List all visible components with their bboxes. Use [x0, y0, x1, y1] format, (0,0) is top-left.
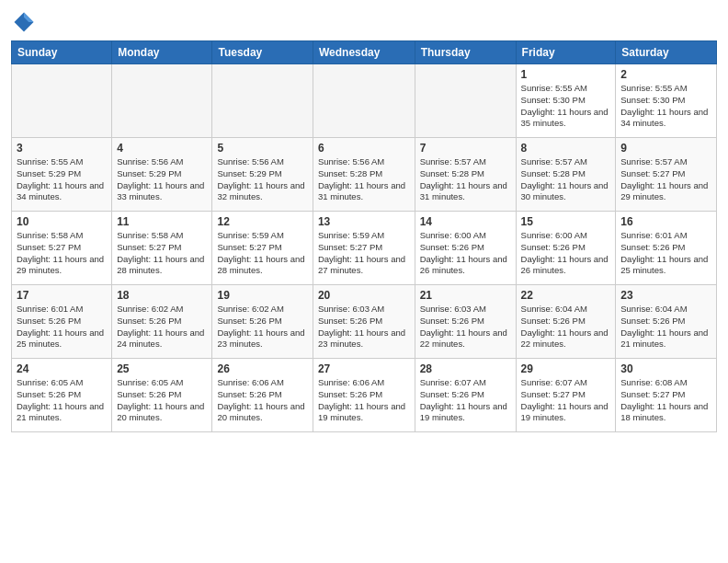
sunset: Sunset: 5:27 PM	[620, 389, 685, 399]
calendar-cell: 8 Sunrise: 5:57 AM Sunset: 5:28 PM Dayli…	[516, 138, 616, 212]
day-number: 30	[620, 362, 711, 375]
sunset: Sunset: 5:26 PM	[217, 389, 281, 399]
day-info: Sunrise: 6:08 AM Sunset: 5:27 PM Dayligh…	[620, 377, 711, 424]
calendar-cell	[313, 64, 415, 138]
calendar-cell: 18 Sunrise: 6:02 AM Sunset: 5:26 PM Dayl…	[112, 285, 212, 359]
day-number: 5	[217, 142, 307, 155]
calendar-header-saturday: Saturday	[616, 41, 717, 64]
sunset: Sunset: 5:26 PM	[420, 242, 484, 252]
calendar-header-monday: Monday	[112, 41, 212, 64]
daylight: Daylight: 11 hours and 25 minutes.	[17, 327, 104, 350]
day-number: 22	[521, 289, 611, 302]
daylight: Daylight: 11 hours and 31 minutes.	[420, 180, 507, 202]
calendar-cell: 4 Sunrise: 5:56 AM Sunset: 5:29 PM Dayli…	[112, 138, 212, 212]
sunset: Sunset: 5:29 PM	[217, 168, 281, 178]
sunset: Sunset: 5:28 PM	[521, 168, 586, 178]
daylight: Daylight: 11 hours and 30 minutes.	[521, 180, 609, 202]
sunrise: Sunrise: 6:05 AM	[17, 377, 83, 387]
sunrise: Sunrise: 6:06 AM	[217, 377, 283, 387]
calendar-cell: 26 Sunrise: 6:06 AM Sunset: 5:26 PM Dayl…	[212, 359, 313, 432]
daylight: Daylight: 11 hours and 26 minutes.	[521, 254, 609, 276]
calendar-cell: 6 Sunrise: 5:56 AM Sunset: 5:28 PM Dayli…	[313, 138, 415, 212]
sunrise: Sunrise: 6:01 AM	[620, 230, 687, 240]
sunset: Sunset: 5:29 PM	[117, 168, 181, 178]
day-number: 11	[117, 215, 207, 228]
day-number: 23	[620, 289, 711, 302]
daylight: Daylight: 11 hours and 22 minutes.	[521, 327, 609, 350]
calendar-cell: 10 Sunrise: 5:58 AM Sunset: 5:27 PM Dayl…	[12, 212, 112, 285]
day-number: 19	[217, 289, 307, 302]
calendar-cell	[112, 64, 212, 138]
sunset: Sunset: 5:27 PM	[620, 168, 685, 178]
daylight: Daylight: 11 hours and 28 minutes.	[117, 254, 204, 276]
calendar-cell: 20 Sunrise: 6:03 AM Sunset: 5:26 PM Dayl…	[313, 285, 415, 359]
sunset: Sunset: 5:30 PM	[620, 95, 685, 105]
day-info: Sunrise: 6:04 AM Sunset: 5:26 PM Dayligh…	[521, 304, 611, 350]
sunrise: Sunrise: 6:08 AM	[620, 377, 687, 387]
day-number: 26	[217, 362, 307, 375]
sunset: Sunset: 5:27 PM	[17, 242, 81, 252]
calendar-cell: 9 Sunrise: 5:57 AM Sunset: 5:27 PM Dayli…	[616, 138, 717, 212]
day-info: Sunrise: 6:07 AM Sunset: 5:27 PM Dayligh…	[521, 377, 611, 424]
day-number: 15	[521, 215, 611, 228]
day-info: Sunrise: 6:05 AM Sunset: 5:26 PM Dayligh…	[117, 377, 207, 424]
day-info: Sunrise: 5:55 AM Sunset: 5:29 PM Dayligh…	[17, 156, 107, 203]
day-number: 7	[420, 142, 511, 155]
daylight: Daylight: 11 hours and 23 minutes.	[318, 327, 405, 350]
sunset: Sunset: 5:30 PM	[521, 95, 586, 105]
calendar-cell: 14 Sunrise: 6:00 AM Sunset: 5:26 PM Dayl…	[415, 212, 516, 285]
daylight: Daylight: 11 hours and 34 minutes.	[17, 180, 104, 202]
calendar-header-sunday: Sunday	[12, 41, 112, 64]
calendar-header-friday: Friday	[516, 41, 616, 64]
day-info: Sunrise: 5:57 AM Sunset: 5:27 PM Dayligh…	[620, 156, 711, 203]
calendar-cell: 28 Sunrise: 6:07 AM Sunset: 5:26 PM Dayl…	[415, 359, 516, 432]
day-number: 8	[521, 142, 611, 155]
day-info: Sunrise: 6:02 AM Sunset: 5:26 PM Dayligh…	[117, 304, 207, 350]
daylight: Daylight: 11 hours and 19 minutes.	[420, 401, 507, 423]
calendar-cell: 3 Sunrise: 5:55 AM Sunset: 5:29 PM Dayli…	[12, 138, 112, 212]
sunset: Sunset: 5:26 PM	[17, 389, 81, 399]
sunset: Sunset: 5:29 PM	[17, 168, 81, 178]
sunrise: Sunrise: 5:55 AM	[620, 83, 687, 93]
sunrise: Sunrise: 6:00 AM	[521, 230, 587, 240]
day-number: 10	[17, 215, 107, 228]
calendar-cell	[12, 64, 112, 138]
day-info: Sunrise: 6:00 AM Sunset: 5:26 PM Dayligh…	[420, 230, 511, 277]
day-info: Sunrise: 6:07 AM Sunset: 5:26 PM Dayligh…	[420, 377, 511, 424]
day-number: 20	[318, 289, 410, 302]
daylight: Daylight: 11 hours and 20 minutes.	[117, 401, 204, 423]
calendar-cell: 1 Sunrise: 5:55 AM Sunset: 5:30 PM Dayli…	[516, 64, 616, 138]
sunset: Sunset: 5:26 PM	[117, 316, 181, 326]
logo-icon	[11, 9, 37, 35]
day-info: Sunrise: 5:59 AM Sunset: 5:27 PM Dayligh…	[318, 230, 410, 277]
sunrise: Sunrise: 6:01 AM	[17, 304, 83, 314]
calendar-cell: 29 Sunrise: 6:07 AM Sunset: 5:27 PM Dayl…	[516, 359, 616, 432]
daylight: Daylight: 11 hours and 29 minutes.	[17, 254, 104, 276]
calendar-cell: 30 Sunrise: 6:08 AM Sunset: 5:27 PM Dayl…	[616, 359, 717, 432]
sunset: Sunset: 5:28 PM	[318, 168, 382, 178]
header	[11, 9, 717, 35]
calendar-cell: 27 Sunrise: 6:06 AM Sunset: 5:26 PM Dayl…	[313, 359, 415, 432]
sunset: Sunset: 5:27 PM	[117, 242, 181, 252]
sunset: Sunset: 5:26 PM	[17, 316, 81, 326]
sunset: Sunset: 5:26 PM	[318, 316, 382, 326]
day-info: Sunrise: 5:57 AM Sunset: 5:28 PM Dayligh…	[521, 156, 611, 203]
daylight: Daylight: 11 hours and 26 minutes.	[420, 254, 507, 276]
calendar-cell: 12 Sunrise: 5:59 AM Sunset: 5:27 PM Dayl…	[212, 212, 313, 285]
calendar-header-wednesday: Wednesday	[313, 41, 415, 64]
sunrise: Sunrise: 6:02 AM	[217, 304, 283, 314]
day-number: 14	[420, 215, 511, 228]
day-info: Sunrise: 6:03 AM Sunset: 5:26 PM Dayligh…	[318, 304, 410, 350]
sunrise: Sunrise: 6:02 AM	[117, 304, 183, 314]
sunrise: Sunrise: 5:58 AM	[117, 230, 183, 240]
sunrise: Sunrise: 5:59 AM	[217, 230, 283, 240]
day-number: 4	[117, 142, 207, 155]
calendar-cell: 11 Sunrise: 5:58 AM Sunset: 5:27 PM Dayl…	[112, 212, 212, 285]
day-number: 18	[117, 289, 207, 302]
calendar-cell: 17 Sunrise: 6:01 AM Sunset: 5:26 PM Dayl…	[12, 285, 112, 359]
day-info: Sunrise: 6:05 AM Sunset: 5:26 PM Dayligh…	[17, 377, 107, 424]
daylight: Daylight: 11 hours and 20 minutes.	[217, 401, 304, 423]
calendar-cell: 24 Sunrise: 6:05 AM Sunset: 5:26 PM Dayl…	[12, 359, 112, 432]
page: SundayMondayTuesdayWednesdayThursdayFrid…	[0, 0, 728, 563]
calendar-header-tuesday: Tuesday	[212, 41, 313, 64]
